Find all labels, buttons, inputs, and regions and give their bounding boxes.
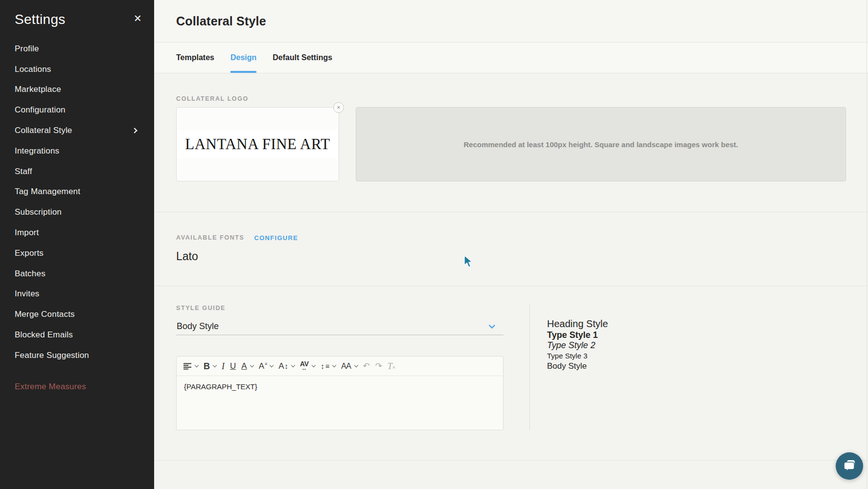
sidebar-item-merge-contacts[interactable]: Merge Contacts: [0, 304, 154, 325]
sidebar-item-batches[interactable]: Batches: [0, 264, 154, 284]
font-size-icon: A: [278, 362, 284, 370]
line-height-dropdown[interactable]: ↕ ≡: [320, 361, 337, 371]
clear-formatting-icon: T: [388, 362, 392, 371]
tab-bar: Templates Design Default Settings: [154, 43, 868, 73]
chevron-right-icon: [132, 128, 137, 133]
chevron-down-icon: [213, 363, 217, 367]
chevron-down-icon: [311, 363, 315, 367]
preview-type-style-2: Type Style 2: [547, 340, 608, 351]
tab-default-settings[interactable]: Default Settings: [273, 43, 332, 73]
type-style-previews: Heading Style Type Style 1 Type Style 2 …: [529, 305, 608, 430]
sidebar-item-invites[interactable]: Invites: [0, 284, 154, 305]
sidebar-item-profile[interactable]: Profile: [0, 39, 154, 59]
collateral-logo-section: Collateral Logo LANTANA FINE ART × Recom…: [154, 73, 868, 212]
page-header: Collateral Style: [154, 0, 868, 43]
underline-button[interactable]: U: [229, 361, 236, 371]
sidebar-item-blocked-emails[interactable]: Blocked Emails: [0, 325, 154, 345]
sidebar-item-collateral-style[interactable]: Collateral Style: [0, 120, 154, 141]
chevron-down-icon: [488, 322, 495, 329]
text-case-dropdown[interactable]: AA: [341, 361, 358, 371]
font-size-dropdown[interactable]: A ↕: [278, 361, 295, 371]
sidebar-item-configuration[interactable]: Configuration: [0, 100, 154, 120]
sidebar-item-subscription[interactable]: Subscription: [0, 202, 154, 222]
tab-design[interactable]: Design: [230, 43, 256, 73]
close-icon[interactable]: ×: [134, 13, 141, 23]
letter-spacing-dropdown[interactable]: AV ↔: [299, 360, 315, 372]
font-family-dropdown[interactable]: A ≡: [258, 361, 274, 371]
preview-type-style-1: Type Style 1: [547, 330, 608, 340]
undo-icon: ↶: [363, 362, 370, 370]
tab-templates[interactable]: Templates: [176, 43, 214, 73]
style-guide-label: Style Guide: [176, 305, 503, 312]
configure-fonts-link[interactable]: CONFIGURE: [254, 234, 298, 242]
editor-toolbar: B I U A: [177, 356, 503, 376]
available-fonts-section: Available Fonts CONFIGURE Lato: [154, 212, 868, 286]
italic-button[interactable]: I: [221, 361, 225, 372]
chat-widget-button[interactable]: [836, 452, 863, 480]
rich-text-editor: B I U A: [176, 356, 503, 430]
bold-icon: B: [204, 362, 210, 371]
chevron-down-icon: [195, 363, 199, 367]
clear-formatting-button[interactable]: T ×: [387, 361, 396, 372]
sidebar-item-import[interactable]: Import: [0, 222, 154, 243]
sidebar-item-staff[interactable]: Staff: [0, 161, 154, 182]
available-fonts-label: Available Fonts: [176, 234, 245, 242]
letter-spacing-icon: AV ↔: [300, 361, 308, 371]
sidebar-nav: Profile Locations Marketplace Configurat…: [0, 39, 154, 397]
redo-icon: ↷: [375, 362, 382, 370]
collateral-logo-label: Collateral Logo: [176, 95, 846, 103]
text-color-dropdown[interactable]: A: [241, 361, 253, 371]
logo-text: LANTANA FINE ART: [185, 135, 330, 153]
editor-content[interactable]: {PARAGRAPH_TEXT}: [177, 376, 503, 430]
chat-bubble-icon: [842, 458, 857, 474]
preview-type-style-3: Type Style 3: [547, 351, 608, 361]
collateral-logo-preview: LANTANA FINE ART ×: [176, 107, 339, 181]
bold-dropdown[interactable]: B: [203, 361, 217, 372]
sidebar-item-marketplace[interactable]: Marketplace: [0, 80, 154, 100]
text-align-dropdown[interactable]: [183, 362, 199, 371]
chevron-down-icon: [250, 363, 253, 367]
main-panel: Collateral Style Templates Design Defaul…: [154, 0, 868, 489]
chevron-down-icon: [332, 363, 336, 367]
underline-icon: U: [230, 362, 236, 370]
align-left-icon: [183, 363, 192, 370]
chevron-down-icon: [270, 363, 274, 367]
page-title: Collateral Style: [176, 14, 266, 28]
style-select-value: Body Style: [177, 321, 219, 332]
current-font-name: Lato: [176, 250, 846, 263]
sidebar-item-locations[interactable]: Locations: [0, 59, 154, 80]
chevron-down-icon: [354, 363, 358, 367]
font-family-icon: A: [259, 362, 264, 370]
text-case-icon: AA: [341, 362, 351, 370]
undo-button[interactable]: ↶: [363, 361, 370, 371]
logo-upload-dropzone[interactable]: Recommended at least 100px height. Squar…: [356, 107, 846, 181]
chevron-down-icon: [291, 363, 295, 367]
redo-button[interactable]: ↷: [375, 361, 383, 371]
sidebar-item-feature-suggestion[interactable]: Feature Suggestion: [0, 345, 154, 366]
remove-logo-button[interactable]: ×: [333, 102, 344, 113]
italic-icon: I: [222, 362, 225, 371]
sidebar-item-exports[interactable]: Exports: [0, 243, 154, 264]
dropzone-hint: Recommended at least 100px height. Squar…: [463, 140, 738, 149]
scroll-track: [867, 0, 867, 489]
style-guide-section: Style Guide Body Style: [154, 286, 868, 460]
sidebar-item-integrations[interactable]: Integrations: [0, 141, 154, 161]
logo-image: LANTANA FINE ART: [177, 130, 338, 158]
preview-heading-style: Heading Style: [547, 317, 608, 330]
style-select[interactable]: Body Style: [176, 318, 503, 335]
preview-body-style: Body Style: [547, 361, 608, 372]
text-color-icon: A: [241, 362, 247, 370]
sidebar-item-tag-management[interactable]: Tag Management: [0, 182, 154, 202]
settings-sidebar: Settings × Profile Locations Marketplace…: [0, 0, 154, 489]
sidebar-title: Settings: [15, 12, 66, 27]
line-height-icon: ↕: [321, 362, 325, 370]
sidebar-item-extreme-measures[interactable]: Extreme Measures: [0, 377, 154, 397]
